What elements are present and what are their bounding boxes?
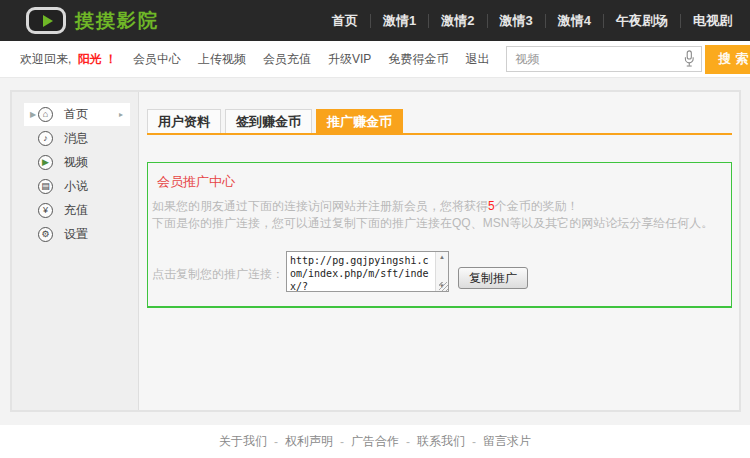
- link-member-recharge[interactable]: 会员充值: [263, 51, 311, 68]
- nav-item-midnight-theater[interactable]: 午夜剧场: [604, 12, 680, 30]
- promotion-link-textarea[interactable]: http://pg.gqjpyingshi.com/index.php/m/sf…: [286, 251, 449, 292]
- tab-promotion-coins[interactable]: 推广赚金币: [316, 109, 403, 133]
- sidebar-item-label: 充值: [64, 202, 88, 219]
- search-box: 搜 索: [506, 45, 750, 74]
- tab-user-profile[interactable]: 用户资料: [147, 109, 221, 133]
- book-icon: ▤: [38, 179, 53, 194]
- link-logout[interactable]: 退出: [465, 51, 489, 68]
- promotion-link-text: http://pg.gqjpyingshi.com/index.php/m/sf…: [287, 252, 448, 293]
- sidebar-item-label: 视频: [64, 154, 88, 171]
- site-logo-text: 摸摸影院: [75, 8, 159, 34]
- microphone-icon[interactable]: [682, 50, 696, 68]
- promo-title: 会员推广中心: [157, 173, 731, 191]
- link-upload-video[interactable]: 上传视频: [198, 51, 246, 68]
- nav-item-passion-1[interactable]: 激情1: [371, 12, 428, 30]
- nav-item-tv-series[interactable]: 电视剧: [681, 12, 744, 30]
- welcome-prefix: 欢迎回来,: [20, 52, 71, 66]
- footer: 关于我们 - 权利声明 - 广告合作 - 联系我们 - 留言求片: [0, 425, 750, 458]
- footer-separator: -: [274, 435, 278, 449]
- copy-link-label: 点击复制您的推广连接：: [152, 266, 284, 283]
- play-icon: [26, 7, 66, 34]
- sidebar-item-novels[interactable]: ▶ ▤ 小说: [24, 175, 130, 198]
- username: 阳光: [78, 52, 102, 66]
- promo-line-2: 下面是你的推广连接，您可以通过复制下面的推广连接在QQ、MSN等以及其它的网站论…: [152, 215, 731, 232]
- active-right-arrow-icon: ▸: [116, 110, 126, 119]
- sidebar-item-label: 首页: [64, 106, 88, 123]
- scrollbar-up-icon[interactable]: ▲: [439, 254, 445, 260]
- video-icon: ▶: [38, 155, 53, 170]
- main-container: ▶ ⌂ 首页 ▸ ▶ ♪ 消息 ▶ ▶ 视频 ▶ ▤ 小说 ▶ ¥ 充值 ▶ ⚙…: [10, 90, 741, 412]
- resize-grip-icon[interactable]: [439, 282, 448, 291]
- promo-line-1: 如果您的朋友通过下面的连接访问网站并注册新会员，您将获得5个金币的奖励！: [152, 198, 731, 215]
- primary-nav: 首页 激情1 激情2 激情3 激情4 午夜剧场 电视剧: [320, 12, 744, 30]
- footer-separator: -: [472, 435, 476, 449]
- sidebar-item-label: 设置: [64, 226, 88, 243]
- sidebar-item-recharge[interactable]: ▶ ¥ 充值: [24, 199, 130, 222]
- footer-separator: -: [406, 435, 410, 449]
- link-member-center[interactable]: 会员中心: [133, 51, 181, 68]
- home-icon: ⌂: [38, 107, 53, 122]
- welcome-message: 欢迎回来, 阳光 ！: [20, 51, 117, 68]
- nav-item-passion-4[interactable]: 激情4: [546, 12, 603, 30]
- footer-link-about[interactable]: 关于我们: [219, 433, 267, 450]
- coin-icon: ¥: [38, 203, 53, 218]
- nav-item-passion-3[interactable]: 激情3: [488, 12, 545, 30]
- promotion-panel: 会员推广中心 如果您的朋友通过下面的连接访问网站并注册新会员，您将获得5个金币的…: [147, 162, 732, 308]
- user-links: 会员中心 上传视频 会员充值 升级VIP 免费得金币 退出: [133, 51, 506, 68]
- content-area: 用户资料 签到赚金币 推广赚金币 会员推广中心 如果您的朋友通过下面的连接访问网…: [139, 92, 739, 410]
- footer-link-requests[interactable]: 留言求片: [483, 433, 531, 450]
- footer-separator: -: [340, 435, 344, 449]
- copy-link-row: 点击复制您的推广连接： http://pg.gqjpyingshi.com/in…: [152, 251, 528, 292]
- sidebar-item-settings[interactable]: ▶ ⚙ 设置: [24, 223, 130, 246]
- active-left-arrow-icon: ▶: [28, 110, 38, 119]
- sidebar-item-messages[interactable]: ▶ ♪ 消息: [24, 127, 130, 150]
- copy-promotion-button[interactable]: 复制推广: [458, 267, 528, 289]
- footer-link-ads[interactable]: 广告合作: [351, 433, 399, 450]
- search-input[interactable]: [507, 52, 682, 66]
- welcome-suffix: ！: [105, 52, 117, 66]
- gear-icon: ⚙: [38, 227, 53, 242]
- user-toolbar: 欢迎回来, 阳光 ！ 会员中心 上传视频 会员充值 升级VIP 免费得金币 退出…: [0, 41, 750, 78]
- link-free-coins[interactable]: 免费得金币: [388, 51, 448, 68]
- site-logo[interactable]: 摸摸影院: [26, 7, 159, 34]
- sidebar: ▶ ⌂ 首页 ▸ ▶ ♪ 消息 ▶ ▶ 视频 ▶ ▤ 小说 ▶ ¥ 充值 ▶ ⚙…: [12, 92, 139, 410]
- coin-reward-count: 5: [488, 199, 495, 213]
- sidebar-item-label: 消息: [64, 130, 88, 147]
- tab-checkin-coins[interactable]: 签到赚金币: [225, 109, 312, 133]
- footer-link-contact[interactable]: 联系我们: [417, 433, 465, 450]
- sidebar-item-label: 小说: [64, 178, 88, 195]
- speaker-icon: ♪: [38, 131, 53, 146]
- link-upgrade-vip[interactable]: 升级VIP: [328, 51, 371, 68]
- footer-link-rights[interactable]: 权利声明: [285, 433, 333, 450]
- nav-item-home[interactable]: 首页: [320, 12, 370, 30]
- tab-bar: 用户资料 签到赚金币 推广赚金币: [147, 109, 732, 135]
- nav-item-passion-2[interactable]: 激情2: [429, 12, 486, 30]
- top-navbar: 摸摸影院 首页 激情1 激情2 激情3 激情4 午夜剧场 电视剧: [0, 0, 750, 41]
- sidebar-item-videos[interactable]: ▶ ▶ 视频: [24, 151, 130, 174]
- sidebar-item-home[interactable]: ▶ ⌂ 首页 ▸: [24, 103, 130, 126]
- search-button[interactable]: 搜 索: [705, 45, 750, 74]
